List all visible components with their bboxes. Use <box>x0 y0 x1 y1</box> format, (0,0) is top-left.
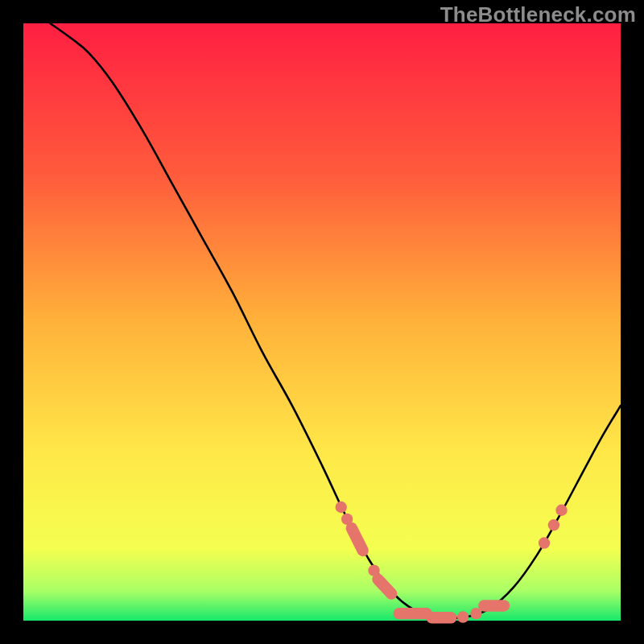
marker-dot <box>336 502 347 513</box>
plot-area <box>23 23 621 621</box>
marker-dot <box>457 611 469 622</box>
chart-container: TheBottleneck.com <box>0 0 644 644</box>
marker-dot <box>548 519 559 530</box>
marker-dot <box>539 537 550 548</box>
chart-svg <box>0 0 644 644</box>
marker-dot <box>555 505 567 516</box>
watermark: TheBottleneck.com <box>440 2 636 27</box>
